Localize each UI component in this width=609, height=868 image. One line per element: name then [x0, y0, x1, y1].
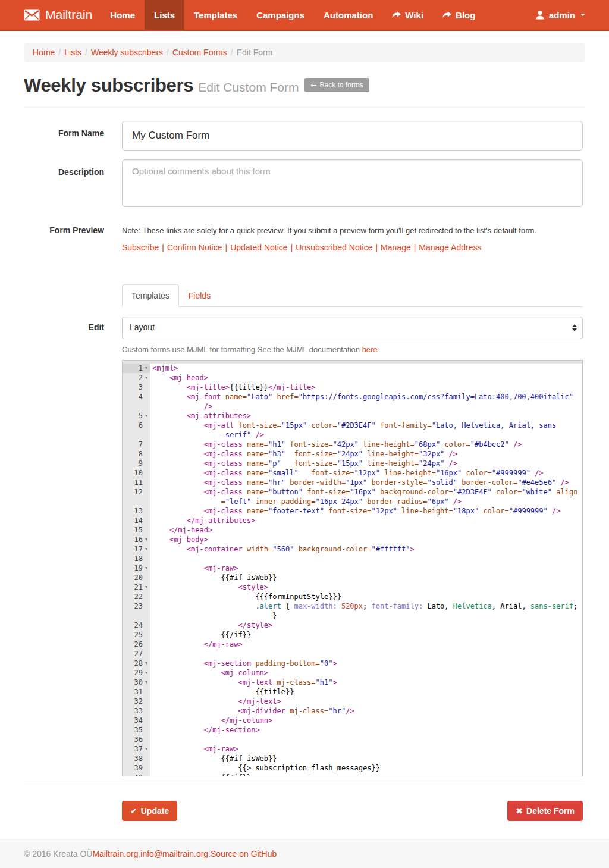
- gutter-cell: 40: [123, 773, 150, 776]
- code-line-36[interactable]: 36: [123, 735, 582, 744]
- nav-item-wiki[interactable]: Wiki: [382, 0, 433, 30]
- fold-arrow-icon[interactable]: ▾: [143, 582, 150, 592]
- code-line-27[interactable]: 27: [123, 649, 582, 659]
- gutter-cell: 19▾: [123, 563, 150, 573]
- footer-link-github[interactable]: Source on GitHub: [211, 849, 277, 858]
- code-line-23[interactable]: 23 .alert { max-width: 520px; font-famil…: [123, 601, 582, 611]
- preview-link-manage-address[interactable]: Manage Address: [419, 243, 481, 252]
- breadcrumb-link-home[interactable]: Home: [33, 48, 55, 57]
- code-line-wrap[interactable]: }: [123, 611, 582, 621]
- code-line-28[interactable]: 28▾ <mj-section padding-bottom="0">: [123, 659, 582, 668]
- gutter-cell: 9: [123, 459, 150, 468]
- preview-link-manage[interactable]: Manage: [381, 243, 411, 252]
- code-line-22[interactable]: 22 {{{formInputStyle}}}: [123, 592, 582, 601]
- breadcrumb-current: Edit Form: [237, 48, 273, 57]
- preview-link-confirm-notice[interactable]: Confirm Notice: [167, 243, 222, 252]
- code-line-18[interactable]: 18: [123, 554, 582, 563]
- breadcrumb-link-weekly-subscribers[interactable]: Weekly subscribers: [91, 48, 163, 57]
- code-line-2[interactable]: 2▾ <mj-head>: [123, 373, 582, 383]
- code-text: </style>: [150, 621, 272, 630]
- code-line-24[interactable]: 24 </style>: [123, 621, 582, 630]
- code-line-7[interactable]: 7 <mj-class name="h1" font-size="42px" l…: [123, 440, 582, 449]
- code-line-40[interactable]: 40 {{/if}}: [123, 773, 582, 776]
- back-to-forms-button[interactable]: ←Back to forms: [304, 78, 369, 92]
- nav-item-home[interactable]: Home: [101, 0, 145, 30]
- link-separator: |: [288, 243, 296, 252]
- nav-item-automation[interactable]: Automation: [314, 0, 382, 30]
- breadcrumb-link-lists[interactable]: Lists: [64, 48, 81, 57]
- code-line-10[interactable]: 10 <mj-class name="small" font-size="12p…: [123, 468, 582, 478]
- code-line-17[interactable]: 17▾ <mj-container width="560" background…: [123, 544, 582, 554]
- preview-link-subscribe[interactable]: Subscribe: [122, 243, 159, 252]
- tab-templates[interactable]: Templates: [122, 284, 179, 307]
- code-line-25[interactable]: 25 {{/if}}: [123, 630, 582, 640]
- fold-arrow-icon[interactable]: ▾: [143, 544, 150, 554]
- code-line-3[interactable]: 3 <mj-title>{{title}}</mj-title>: [123, 383, 582, 392]
- form-name-input[interactable]: [122, 121, 583, 151]
- code-line-31[interactable]: 31 {{title}}: [123, 687, 582, 697]
- footer-link-mailtrain[interactable]: Mailtrain.org: [92, 849, 138, 858]
- code-line-wrap[interactable]: ="left" inner-padding="16px 24px" border…: [123, 497, 582, 506]
- gutter-cell: 34: [123, 716, 150, 725]
- footer-link-email[interactable]: info@mailtrain.org: [140, 849, 208, 858]
- x-icon: ✖: [516, 806, 523, 816]
- code-text: <mj-font name="Lato" href="https://fonts…: [150, 392, 573, 402]
- fold-arrow-icon[interactable]: ▾: [143, 668, 150, 678]
- line-number: 38: [134, 754, 143, 763]
- code-line-16[interactable]: 16▾ <mj-body>: [123, 535, 582, 544]
- preview-link-updated-notice[interactable]: Updated Notice: [230, 243, 288, 252]
- tab-fields[interactable]: Fields: [179, 284, 220, 307]
- code-line-34[interactable]: 34 </mj-column>: [123, 716, 582, 725]
- fold-arrow-icon[interactable]: ▾: [143, 744, 150, 754]
- user-menu[interactable]: admin: [535, 10, 585, 20]
- fold-arrow-icon[interactable]: ▾: [143, 678, 150, 687]
- code-line-30[interactable]: 30▾ <mj-text mj-class="h1">: [123, 678, 582, 687]
- code-line-15[interactable]: 15 </mj-head>: [123, 525, 582, 535]
- code-line-wrap[interactable]: />: [123, 402, 582, 411]
- code-line-8[interactable]: 8 <mj-class name="h3" font-size="24px" l…: [123, 449, 582, 459]
- fold-arrow-icon[interactable]: ▾: [143, 364, 150, 373]
- code-line-19[interactable]: 19▾ <mj-raw>: [123, 563, 582, 573]
- code-line-12[interactable]: 12 <mj-class name="button" font-size="16…: [123, 487, 582, 497]
- code-line-6[interactable]: 6 <mj-all font-size="15px" color="#2D3E4…: [123, 421, 582, 430]
- code-line-1[interactable]: 1▾<mjml>: [123, 364, 582, 373]
- code-line-13[interactable]: 13 <mj-class name="footer-text" font-siz…: [123, 506, 582, 516]
- nav-item-lists[interactable]: Lists: [145, 0, 184, 30]
- nav-item-templates[interactable]: Templates: [184, 0, 247, 30]
- fold-arrow-icon[interactable]: ▾: [143, 659, 150, 668]
- code-line-11[interactable]: 11 <mj-class name="hr" border-width="1px…: [123, 478, 582, 487]
- update-button[interactable]: ✔Update: [122, 801, 177, 821]
- delete-form-button[interactable]: ✖Delete Form: [507, 801, 583, 821]
- code-line-37[interactable]: 37▾ <mj-raw>: [123, 744, 582, 754]
- template-select[interactable]: Layout: [122, 317, 583, 339]
- code-line-14[interactable]: 14 </mj-attributes>: [123, 516, 582, 525]
- breadcrumb-separator: /: [81, 48, 91, 57]
- description-textarea[interactable]: [122, 159, 583, 207]
- fold-arrow-icon[interactable]: ▾: [143, 563, 150, 573]
- code-line-9[interactable]: 9 <mj-class name="p" font-size="15px" li…: [123, 459, 582, 468]
- code-line-5[interactable]: 5▾ <mj-attributes>: [123, 411, 582, 421]
- code-line-29[interactable]: 29▾ <mj-column>: [123, 668, 582, 678]
- mjml-docs-link[interactable]: here: [362, 345, 378, 354]
- code-line-33[interactable]: 33 <mj-divider mj-class="hr"/>: [123, 706, 582, 716]
- code-line-21[interactable]: 21▾ <style>: [123, 582, 582, 592]
- breadcrumb-link-custom-forms[interactable]: Custom Forms: [172, 48, 227, 57]
- fold-arrow-icon[interactable]: ▾: [143, 373, 150, 383]
- code-line-4[interactable]: 4 <mj-font name="Lato" href="https://fon…: [123, 392, 582, 402]
- nav-item-campaigns[interactable]: Campaigns: [247, 0, 314, 30]
- code-line-39[interactable]: 39 {{> subscription_flash_messages}}: [123, 763, 582, 773]
- brand[interactable]: Mailtrain: [24, 0, 92, 30]
- gutter-cell: 6: [123, 421, 150, 430]
- mjml-code-editor[interactable]: 1▾<mjml>2▾ <mj-head>3 <mj-title>{{title}…: [122, 360, 583, 776]
- code-line-wrap[interactable]: -serif" />: [123, 430, 582, 440]
- code-line-35[interactable]: 35 </mj-section>: [123, 725, 582, 735]
- code-line-32[interactable]: 32 </mj-text>: [123, 697, 582, 706]
- code-line-38[interactable]: 38 {{#if isWeb}}: [123, 754, 582, 763]
- code-line-20[interactable]: 20 {{#if isWeb}}: [123, 573, 582, 582]
- fold-arrow-icon[interactable]: ▾: [143, 535, 150, 544]
- preview-link-unsubscribed-notice[interactable]: Unsubscribed Notice: [296, 243, 372, 252]
- code-line-26[interactable]: 26 </mj-raw>: [123, 640, 582, 649]
- nav-item-blog[interactable]: Blog: [433, 0, 485, 30]
- gutter-cell: 25: [123, 630, 150, 640]
- fold-arrow-icon[interactable]: ▾: [143, 411, 150, 421]
